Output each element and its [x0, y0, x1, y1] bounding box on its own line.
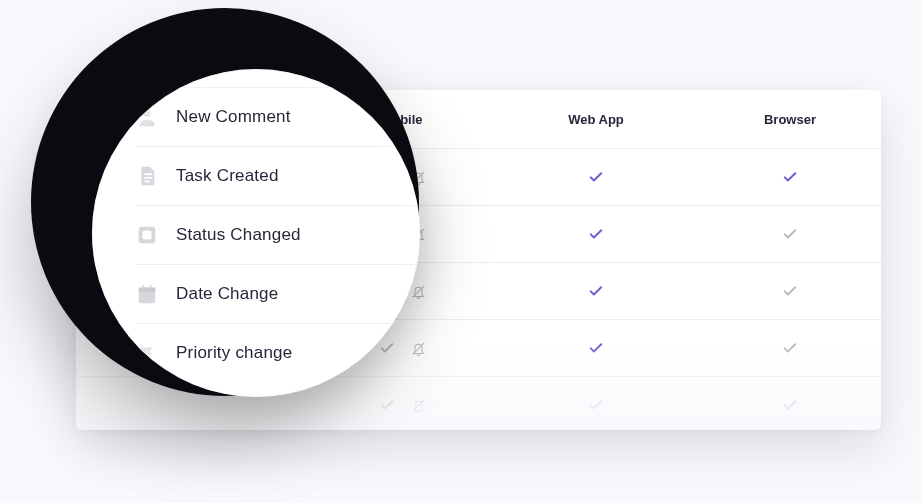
cell-browser [747, 225, 833, 243]
cell-webapp [553, 339, 639, 357]
cell-browser [747, 339, 833, 357]
cell-mobile [359, 396, 445, 414]
calendar-icon [136, 283, 158, 305]
check-icon[interactable] [587, 282, 605, 300]
cell-webapp [553, 168, 639, 186]
svg-rect-13 [142, 285, 144, 290]
notification-settings-preview: { "headers": { "mobile": "Mobile", "weba… [0, 0, 921, 503]
magnifier-lens: New CommentTask CreatedStatus ChangedDat… [92, 69, 420, 397]
svg-rect-7 [144, 177, 152, 179]
svg-rect-12 [139, 288, 156, 293]
option-status-changed[interactable]: Status Changed [136, 205, 420, 264]
cell-browser [747, 168, 833, 186]
option-label: New Comment [176, 107, 291, 127]
option-label: Priority change [176, 343, 292, 363]
option-label: Status Changed [176, 225, 301, 245]
check-icon[interactable] [378, 339, 396, 357]
check-icon[interactable] [781, 168, 799, 186]
check-icon[interactable] [781, 396, 799, 414]
option-task-created[interactable]: Task Created [136, 146, 420, 205]
check-icon[interactable] [781, 225, 799, 243]
option-label: Date Change [176, 284, 278, 304]
check-icon[interactable] [781, 282, 799, 300]
col-browser: Browser [747, 112, 833, 127]
svg-rect-8 [144, 181, 150, 183]
svg-rect-6 [144, 173, 152, 175]
option-list: New CommentTask CreatedStatus ChangedDat… [136, 87, 420, 382]
check-icon[interactable] [378, 396, 396, 414]
cell-browser [747, 282, 833, 300]
check-icon[interactable] [587, 339, 605, 357]
col-webapp: Web App [553, 112, 639, 127]
option-label: Task Created [176, 166, 279, 186]
option-date-change[interactable]: Date Change [136, 264, 420, 323]
file-icon [136, 165, 158, 187]
cell-webapp [553, 282, 639, 300]
check-icon[interactable] [587, 396, 605, 414]
square-icon [136, 224, 158, 246]
cell-browser [747, 396, 833, 414]
svg-rect-14 [150, 285, 152, 290]
mute-icon[interactable] [410, 397, 427, 414]
check-icon[interactable] [781, 339, 799, 357]
cell-webapp [553, 396, 639, 414]
mute-icon[interactable] [410, 283, 427, 300]
cell-webapp [553, 225, 639, 243]
check-icon[interactable] [587, 168, 605, 186]
mute-icon[interactable] [410, 340, 427, 357]
check-icon[interactable] [587, 225, 605, 243]
svg-rect-10 [142, 230, 151, 239]
